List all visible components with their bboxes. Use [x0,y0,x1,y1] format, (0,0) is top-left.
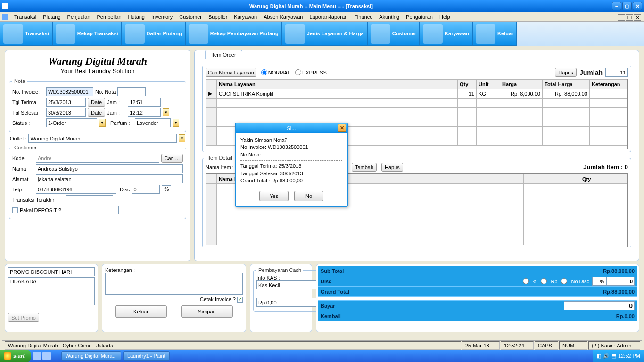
toolbtn-transaksi[interactable]: Transaksi [0,22,52,46]
toolbtn-keluar[interactable]: Keluar [472,22,517,46]
jam-drop-icon[interactable]: ▼ [163,108,169,116]
toolbtn-jenis-layanan[interactable]: Jenis Layanan & Harga [282,22,367,46]
tray-icon[interactable]: ◧ [596,353,601,359]
start-button[interactable]: start [0,350,31,362]
trans-terakhir-input[interactable] [66,195,113,204]
menu-hutang[interactable]: Hutang [125,13,148,21]
mdi-minimize-button[interactable]: – [618,14,625,21]
calculator-icon [125,24,145,44]
menu-pembelian[interactable]: Pembelian [94,13,124,21]
menu-finance[interactable]: Finance [351,13,375,21]
tray-icon[interactable]: ⬒ [611,353,616,359]
radio-express[interactable] [295,69,301,75]
trans-terakhir-label: Transaksi Terakhir [12,197,64,203]
menu-inventory[interactable]: Inventory [149,13,175,21]
menu-penjualan[interactable]: Penjualan [65,13,93,21]
menu-karyawan[interactable]: Karyawan [231,13,260,21]
hapus-layanan-button[interactable]: Hapus [555,68,577,77]
disc-pct-input[interactable] [592,277,606,286]
menu-transaksi[interactable]: Transaksi [11,13,39,21]
report-icon [56,24,75,44]
cetak-checkbox[interactable] [237,297,243,303]
dialog-line: No Nota: [240,151,342,158]
menu-absen[interactable]: Absen Karyawan [261,13,305,21]
close-button[interactable]: ✕ [633,2,642,10]
kode-input[interactable] [36,154,159,163]
menu-akunting[interactable]: Akunting [376,13,402,21]
status-select[interactable] [46,118,97,127]
toolbtn-customer[interactable]: Customer [367,22,420,46]
radio-normal[interactable] [261,69,267,75]
dialog-no-button[interactable]: No [294,191,323,201]
taskbar-item[interactable]: Laundry1 - Paint [123,351,170,361]
deposit-input[interactable] [72,206,119,214]
creditcard-icon [189,24,208,44]
table-row[interactable]: ▶CUCI SETRIKA Komplit11KGRp. 8,000.00Rp.… [206,89,627,99]
jumlah-label: Jumlah [579,69,603,76]
company-name: Warung Digital Murah [5,55,190,67]
disc-input[interactable] [132,185,160,194]
jam-terima-input[interactable] [128,98,161,107]
set-promo-button[interactable]: Set Promo [8,313,39,322]
menu-help[interactable]: Help [437,13,453,21]
panel-left: Warung Digital Murah Your Best Laundry S… [5,50,190,261]
telp-input[interactable] [36,185,116,194]
dialog-yes-button[interactable]: Yes [259,191,289,201]
cari-customer-button[interactable]: Cari ... [161,154,183,163]
menu-pengaturan[interactable]: Pengaturan [403,13,436,21]
mdi-restore-button[interactable]: ❐ [626,14,633,21]
parfum-select[interactable] [135,118,171,127]
radio-nodisc[interactable] [561,278,567,284]
date-terima-button[interactable]: Date [88,98,105,107]
no-invoice-label: No. Invoice: [12,89,44,95]
radio-rp[interactable] [541,278,547,284]
outlet-drop-icon[interactable]: ▼ [179,134,185,142]
bayar-input[interactable] [564,301,635,310]
quick-launch-icon[interactable] [42,352,51,360]
jumlah-item-label: Jumlah Item : 0 [583,164,628,171]
jam-selesai-input[interactable] [128,108,161,117]
no-nota-input[interactable] [117,87,146,96]
status-drop-icon[interactable]: ▼ [99,119,106,127]
date-selesai-button[interactable]: Date [88,108,105,117]
nama-input[interactable] [36,164,183,173]
tray-icon[interactable]: 🔊 [603,353,610,359]
cash-legend: Pembayaran Cash [256,267,303,273]
confirm-dialog: Si...✕ Yakin Simpan Nota? No Invoice: WD… [235,123,348,207]
tgl-selesai-input[interactable] [46,108,86,117]
toolbtn-rekap-piutang[interactable]: Rekap Pembayaran Piutang [185,22,282,46]
subtotal-label: Sub Total [321,268,603,274]
toolbtn-rekap-transaksi[interactable]: Rekap Transaksi [52,22,122,46]
laundry-icon [3,24,23,44]
menu-piutang[interactable]: Piutang [40,13,63,21]
cari-layanan-button[interactable]: Cari Nama Layanan [206,68,256,77]
maximize-button[interactable]: ▢ [622,2,632,10]
hapus-item-button[interactable]: Hapus [381,163,403,172]
tambah-item-button[interactable]: Tambah [352,163,377,172]
simpan-button[interactable]: Simpan [181,305,233,318]
keterangan-input[interactable] [105,273,243,295]
menu-laporan[interactable]: Laporan-laporan [306,13,350,21]
systray[interactable]: ◧ 🔊 ⬒ 12:52 PM [593,350,644,362]
no-invoice-input[interactable] [46,87,93,96]
taskbar-item[interactable]: Warung Digital Mura... [61,351,121,361]
radio-pct[interactable] [523,278,529,284]
keluar-button[interactable]: Keluar [115,305,167,318]
toolbtn-karyawan[interactable]: Karyawan [420,22,472,46]
parfum-drop-icon[interactable]: ▼ [173,119,179,127]
deposit-checkbox[interactable] [12,207,18,213]
tgl-terima-input[interactable] [46,98,86,107]
menu-supplier[interactable]: Supplier [206,13,230,21]
outlet-select[interactable] [28,134,177,143]
disc-val-input[interactable] [606,277,635,286]
minimize-button[interactable]: – [612,2,621,10]
mdi-close-button[interactable]: ✕ [634,14,641,21]
alamat-input[interactable] [36,174,183,183]
quick-launch-icon[interactable] [33,352,41,360]
tab-item-order[interactable]: Item Order [205,50,242,59]
menu-customer[interactable]: Customer [176,13,205,21]
toolbtn-daftar-piutang[interactable]: Daftar Piutang [122,22,185,46]
mdi-app-icon [2,14,8,20]
kas-select[interactable] [256,280,325,289]
dialog-close-button[interactable]: ✕ [338,124,346,132]
